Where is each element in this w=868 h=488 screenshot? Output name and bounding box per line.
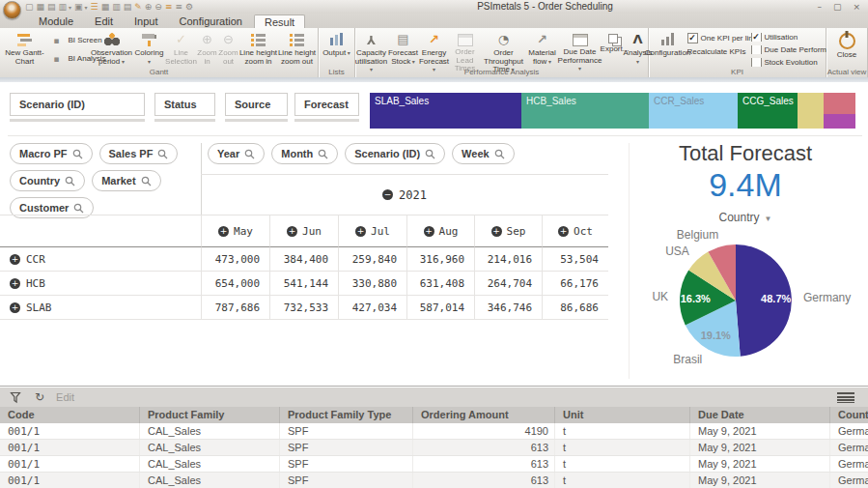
pivot-value-cell[interactable]: 86,686 [542,296,608,320]
filter-box-forecast[interactable]: Forecast [294,93,359,116]
column-header-due-date[interactable]: Due Date [690,407,830,423]
forecast-stock-button[interactable]: Forecast Stock ▾ [388,29,419,67]
pivot-row-header[interactable]: +CCR [0,247,201,272]
tab-edit[interactable]: Edit [85,14,123,28]
expand-icon[interactable]: + [218,226,229,237]
bi-screen-button[interactable]: BI Screen [48,32,91,47]
treemap-segment-hcb-sales[interactable]: HCB_Sales [521,93,649,129]
pivot-row-header[interactable]: +SLAB [0,296,201,320]
maximize-button[interactable]: ▢ [833,1,842,13]
treemap-segment-slab-sales[interactable]: SLAB_Sales [370,93,521,129]
dimension-chip-year[interactable]: Year [208,143,265,164]
filter-chip-sales-pf[interactable]: Sales PF [99,143,179,164]
close-button[interactable]: × [853,1,860,13]
pivot-value-cell[interactable]: 264,704 [474,272,542,296]
pivot-value-cell[interactable]: 587,014 [406,296,474,320]
column-header-product-family-type[interactable]: Product Family Type [280,407,413,423]
observation-period-button[interactable]: Observation period ▾ [91,29,133,67]
tab-configuration[interactable]: Configuration [170,14,252,28]
expand-icon[interactable]: + [558,226,569,237]
due-date-performance-button[interactable]: Due Date Performance ▾ [558,29,602,67]
pivot-column-header-sep[interactable]: +Sep [474,215,542,247]
dimension-chip-week[interactable]: Week [452,143,515,164]
pivot-value-cell[interactable]: 384,400 [269,247,338,272]
column-header-country[interactable]: Country [830,407,868,423]
app-logo-button[interactable] [3,1,21,19]
pivot-value-cell[interactable]: 473,000 [201,247,269,272]
refresh-icon[interactable]: ↻ [35,390,44,404]
collapse-icon[interactable]: − [382,189,393,200]
bi-analysis-button[interactable]: BI Analysis [48,50,91,66]
treemap-segment[interactable] [798,93,824,129]
column-header-ordering-amount[interactable]: Ordering Amount [413,407,555,423]
pivot-value-cell[interactable]: 316,960 [406,247,474,272]
pivot-column-header-aug[interactable]: +Aug [406,215,474,247]
pivot-value-cell[interactable]: 732,533 [269,296,338,320]
pivot-column-header-jul[interactable]: +Jul [338,215,406,247]
expand-icon[interactable]: + [491,226,502,237]
pivot-value-cell[interactable]: 214,016 [474,247,542,272]
recalculate-kpis-button[interactable]: Recalculate KPIs [687,47,751,56]
table-menu-icon[interactable] [837,392,854,403]
close-button[interactable]: Close [827,29,866,67]
pivot-value-cell[interactable]: 427,034 [338,296,406,320]
order-throughput-time-button[interactable]: Order Throughput Time ▾ [481,29,527,67]
expand-icon[interactable]: + [10,278,20,289]
output-button[interactable]: Output ▾ [320,29,354,67]
filter-chip-market[interactable]: Market [92,170,160,191]
filter-chip-country[interactable]: Country [10,170,85,191]
material-flow-button[interactable]: Material flow ▾ [527,29,558,67]
energy-forecast-button[interactable]: Energy Forecast ▾ [419,29,450,67]
treemap-segment[interactable] [824,114,855,129]
line-height-zoom-out-button[interactable]: Line height zoom out [278,29,317,67]
pivot-row-header[interactable]: +HCB [0,272,201,296]
treemap-segment[interactable] [824,93,855,114]
new-gantt-chart-button[interactable]: New Gantt-Chart [2,29,48,67]
pivot-value-cell[interactable]: 346,746 [474,296,542,320]
pivot-year-row[interactable]: − 2021 [201,174,608,215]
filter-box-scenario-id[interactable]: Scenario (ID) [10,93,145,116]
dimension-chip-scenario-id[interactable]: Scenario (ID) [345,143,445,164]
pivot-value-cell[interactable]: 787,686 [201,296,269,320]
configuration-button[interactable]: Configuration [649,29,687,67]
filter-box-source[interactable]: Source [225,93,288,116]
pivot-value-cell[interactable]: 330,880 [338,272,406,296]
stock-evolution-checkbox[interactable]: Stock Evolution [751,58,826,67]
line-height-zoom-in-button[interactable]: Line height zoom in [239,29,278,67]
utilisation-checkbox[interactable]: ✓Utilisation [751,33,826,42]
one-kpi-per-line-checkbox[interactable]: ✓One KPI per line [687,33,751,43]
table-row[interactable]: 001/1CAL_SalesSPF613tMay 9, 2021Germany [0,473,868,488]
tab-input[interactable]: Input [125,14,167,28]
edit-button[interactable]: Edit [56,391,74,403]
expand-icon[interactable]: + [10,302,20,313]
column-header-product-family[interactable]: Product Family [140,407,280,423]
pivot-column-header-oct[interactable]: +Oct [542,215,608,247]
filter-funnel-icon[interactable] [10,391,23,404]
expand-icon[interactable]: + [287,226,297,237]
filter-box-status[interactable]: Status [154,93,215,116]
treemap-segment-ccg-sales[interactable]: CCG_Sales [738,93,798,129]
tab-result[interactable]: Result [254,14,305,29]
pivot-column-header-jun[interactable]: +Jun [269,215,338,247]
tab-module[interactable]: Module [29,14,83,28]
expand-icon[interactable]: + [10,254,20,265]
column-header-unit[interactable]: Unit [555,407,690,423]
minimize-button[interactable]: – [817,1,822,13]
table-row[interactable]: 001/1CAL_SalesSPF4190tMay 9, 2021Germany [0,423,868,440]
pivot-value-cell[interactable]: 66,176 [542,272,608,296]
pivot-value-cell[interactable]: 654,000 [201,272,269,296]
country-pie-chart[interactable]: Germany48.7%Brasil19.1%UK16.3%USABelgium [629,220,862,387]
coloring-button[interactable]: Coloring ▾ [133,29,166,67]
filter-chip-macro-pf[interactable]: Macro PF [10,143,93,164]
table-row[interactable]: 001/1CAL_SalesSPF613tMay 9, 2021Germany [0,440,868,456]
expand-icon[interactable]: + [424,226,434,237]
pivot-column-header-may[interactable]: +May [201,215,269,247]
treemap-segment-ccr-sales[interactable]: CCR_Sales [649,93,738,129]
capacity-utilisation-button[interactable]: Capacity utilisation ▾ [355,29,388,67]
pivot-value-cell[interactable]: 541,144 [269,272,338,296]
pivot-value-cell[interactable]: 259,840 [338,247,406,272]
table-row[interactable]: 001/1CAL_SalesSPF613tMay 9, 2021Germany [0,456,868,473]
dimension-chip-month[interactable]: Month [271,143,338,164]
expand-icon[interactable]: + [355,226,366,237]
pivot-value-cell[interactable]: 53,504 [542,247,608,272]
